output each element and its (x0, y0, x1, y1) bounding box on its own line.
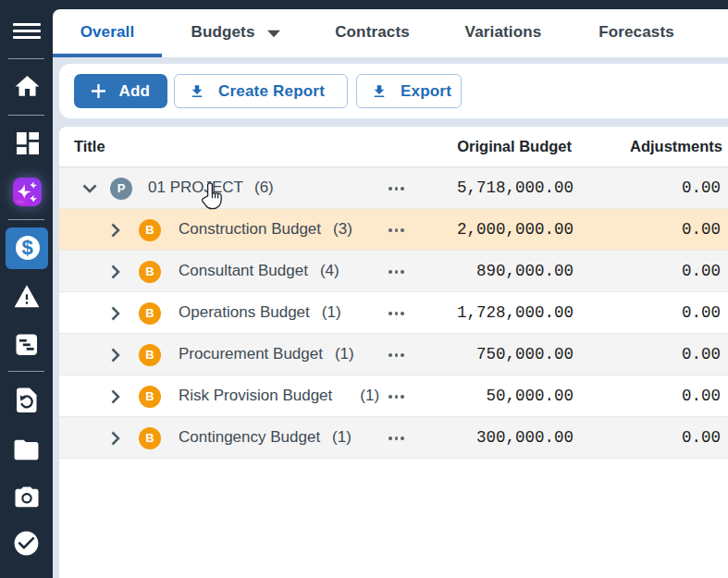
svg-text:Max: Max (17, 200, 25, 204)
